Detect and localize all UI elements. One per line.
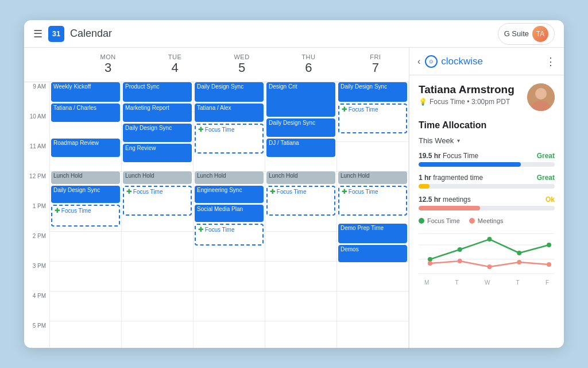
fri-events: Daily Design Sync ✚ Focus Time Lunch Hol… [337,82,408,348]
calendar-title: Calendar [70,28,112,40]
day-header-mon: MON 3 [75,49,141,80]
day-column-thu: Design Crit Daily Design Sync DJ / Tatia… [265,82,336,348]
event-focus-thu[interactable]: ✚ Focus Time [266,186,335,216]
person-name: Tatiana Armstrong [419,83,520,97]
chart-legend: Focus Time Meetings [419,217,555,224]
day-headers: MON 3 TUE 4 WED 5 THU 6 FRI 7 [24,48,409,82]
day-column-wed: Daily Design Sync Tatiana / Alex ✚ Focus… [193,82,265,348]
hamburger-icon[interactable]: ☰ [33,28,42,40]
day-column-mon: Weekly Kickoff Tatiana / Charles Roadmap… [49,82,121,348]
event-focus-time-wed[interactable]: ✚ Focus Time [195,124,264,154]
chart-label-w: W [485,279,490,286]
mon-events: Weekly Kickoff Tatiana / Charles Roadmap… [50,82,121,348]
metric-focus-bar-bg [419,162,555,167]
calendar-grid: 9 AM 10 AM 11 AM 12 PM 1 PM 2 PM 3 PM 4 … [24,82,409,348]
clockwise-circle-icon: ⊙ [425,55,438,68]
wed-events: Daily Design Sync Tatiana / Alex ✚ Focus… [194,82,265,348]
event-daily-design-sync-wed[interactable]: Daily Design Sync [195,82,264,102]
event-focus-mon[interactable]: ✚ Focus Time [51,205,120,227]
panel-header: ‹ ⊙ clockwise ⋮ [409,48,564,75]
svg-point-8 [458,247,462,252]
event-tatiana-alex[interactable]: Tatiana / Alex [195,103,264,122]
event-social-media[interactable]: Social Media Plan [195,205,264,222]
event-weekly-kickoff[interactable]: Weekly Kickoff [51,82,120,102]
event-lunch-thu[interactable]: Lunch Hold [266,171,335,184]
back-icon[interactable]: ‹ [417,56,420,67]
day-header-fri: FRI 7 [342,49,409,80]
event-focus-tue[interactable]: ✚ Focus Time [123,186,192,216]
time-period-label[interactable]: This Week [419,136,454,145]
metric-focus-status: Great [537,152,555,160]
metric-focus-bar [419,162,521,167]
person-info: Tatiana Armstrong 💡 Focus Time • 3:00pm … [419,83,520,106]
chart-area [419,228,555,279]
event-daily-design-thu[interactable]: Daily Design Sync [266,118,335,137]
event-marketing-report[interactable]: Marketing Report [123,103,192,122]
legend-focus-dot [419,218,424,224]
event-focus-fri1[interactable]: ✚ Focus Time [338,103,407,133]
event-focus-fri2[interactable]: ✚ Focus Time [338,186,407,216]
event-focus-wed2[interactable]: ✚ Focus Time [195,224,264,246]
status-icon: 💡 [419,98,427,106]
event-lunch-tue[interactable]: Lunch Hold [123,171,192,184]
legend-focus-label: Focus Time [427,217,460,224]
svg-point-7 [428,257,432,262]
clockwise-name: clockwise [441,56,483,67]
main-container: ☰ 31 Calendar G Suite TA MON 3 [24,20,564,348]
gsuite-badge[interactable]: G Suite TA [498,23,555,45]
svg-point-1 [535,88,547,99]
avatar-initials: TA [536,30,544,38]
event-demos[interactable]: Demos [338,245,407,262]
event-roadmap-review[interactable]: Roadmap Review [51,139,120,157]
metric-focus-time: 19.5 hr Focus Time Great [419,152,555,167]
chart-label-t2: T [516,279,520,286]
event-eng-review[interactable]: Eng Review [123,144,192,162]
event-lunch-fri[interactable]: Lunch Hold [338,171,407,184]
calendar-section: MON 3 TUE 4 WED 5 THU 6 FRI 7 [24,48,409,348]
svg-point-15 [517,260,521,264]
gsuite-label: G Suite [504,29,529,38]
event-daily-design-fri[interactable]: Daily Design Sync [338,82,407,102]
header-right: G Suite TA [498,23,555,45]
header-left: ☰ 31 Calendar [33,26,188,42]
event-demo-prep[interactable]: Demo Prep Time [338,224,407,243]
svg-point-9 [487,237,492,241]
dropdown-arrow-icon[interactable]: ▾ [457,137,460,144]
right-panel: ‹ ⊙ clockwise ⋮ Tatiana Armstrong 💡 Focu… [409,48,564,348]
metric-frag-bar-bg [419,184,555,189]
line-chart [419,228,555,279]
time-gutter: 9 AM 10 AM 11 AM 12 PM 1 PM 2 PM 3 PM 4 … [24,82,49,348]
panel-more-icon[interactable]: ⋮ [546,55,556,68]
metric-fragmented: 1 hr fragmented time Great [419,174,555,189]
event-design-crit[interactable]: Design Crit [266,82,335,117]
chart-x-labels: M T W T F [419,279,555,286]
metric-focus-label: 19.5 hr Focus Time [419,152,478,160]
svg-point-13 [458,259,462,263]
event-lunch-wed[interactable]: Lunch Hold [195,171,264,184]
event-daily-design-mon[interactable]: Daily Design Sync [51,186,120,203]
svg-point-16 [547,262,551,267]
clockwise-logo: ⊙ clockwise [425,55,541,68]
event-lunch-mon[interactable]: Lunch Hold [51,171,120,184]
event-daily-design-tue[interactable]: Daily Design Sync [123,124,192,142]
event-engineering-sync[interactable]: Engineering Sync [195,186,264,203]
panel-content: Tatiana Armstrong 💡 Focus Time • 3:00pm … [409,75,564,348]
day-header-tue: TUE 4 [141,49,208,80]
day-column-tue: Product Sync Marketing Report Daily Desi… [121,82,193,348]
chart-label-t1: T [455,279,459,286]
day-header-thu: THU 6 [275,49,342,80]
metric-meetings: 12.5 hr meetings Ok [419,195,555,210]
legend-focus: Focus Time [419,217,460,224]
day-column-fri: Daily Design Sync ✚ Focus Time Lunch Hol… [336,82,409,348]
thu-events: Design Crit Daily Design Sync DJ / Tatia… [265,82,336,348]
metric-meet-label: 12.5 hr meetings [419,195,471,204]
legend-meetings: Meetings [469,217,504,224]
days-grid: Weekly Kickoff Tatiana / Charles Roadmap… [49,82,409,348]
day-header-wed: WED 5 [208,49,275,80]
svg-point-11 [547,243,551,247]
event-dj-tatiana[interactable]: DJ / Tatiana [266,139,335,157]
chart-label-f: F [546,279,549,286]
event-product-sync[interactable]: Product Sync [123,82,192,102]
section-title: Time Allocation [419,120,555,131]
event-tatiana-charles[interactable]: Tatiana / Charles [51,103,120,122]
